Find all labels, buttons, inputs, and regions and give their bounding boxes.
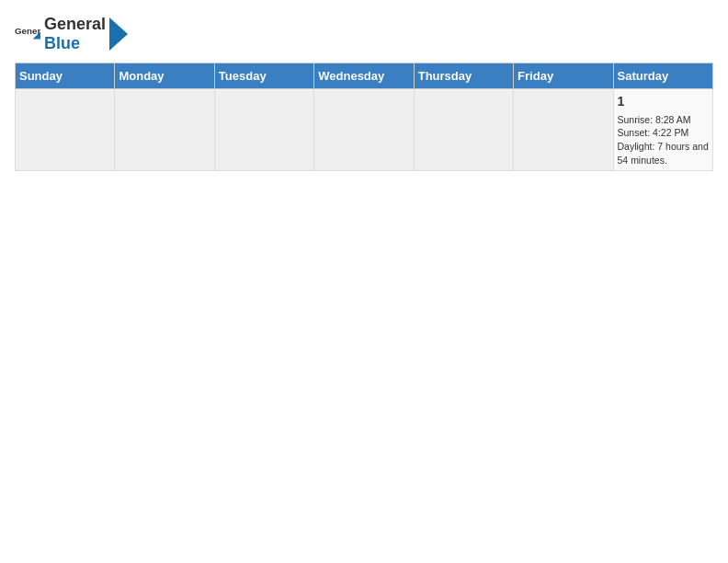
day-of-week-header: Sunday	[16, 63, 115, 89]
sunset: Sunset: 4:22 PM	[618, 127, 689, 138]
calendar-cell	[115, 89, 214, 171]
calendar-cell	[16, 89, 115, 171]
day-of-week-header: Saturday	[613, 63, 712, 89]
logo-icon: General	[15, 21, 40, 47]
calendar-cell	[314, 89, 414, 171]
day-of-week-header: Thursday	[414, 63, 513, 89]
sunrise: Sunrise: 8:28 AM	[618, 114, 691, 125]
logo-general-text: General	[44, 15, 106, 33]
calendar-cell: 1Sunrise: 8:28 AMSunset: 4:22 PMDaylight…	[613, 89, 712, 171]
svg-marker-2	[109, 17, 128, 51]
day-number: 1	[618, 93, 709, 111]
page-header: General General Blue	[15, 15, 713, 53]
logo-blue-text: Blue	[44, 34, 80, 52]
calendar-week-row: 1Sunrise: 8:28 AMSunset: 4:22 PMDaylight…	[16, 89, 713, 171]
day-of-week-header: Friday	[514, 63, 613, 89]
logo-chevron-icon	[109, 17, 128, 51]
logo: General General Blue	[15, 15, 128, 53]
daylight: Daylight: 7 hours and 54 minutes.	[618, 141, 709, 166]
calendar-cell	[514, 89, 613, 171]
day-of-week-header: Tuesday	[214, 63, 313, 89]
day-of-week-header: Monday	[115, 63, 214, 89]
calendar-header-row: SundayMondayTuesdayWednesdayThursdayFrid…	[16, 63, 713, 89]
day-of-week-header: Wednesday	[314, 63, 414, 89]
calendar-table: SundayMondayTuesdayWednesdayThursdayFrid…	[15, 63, 713, 171]
svg-text:General: General	[15, 26, 40, 36]
calendar-cell	[214, 89, 313, 171]
calendar-cell	[414, 89, 513, 171]
